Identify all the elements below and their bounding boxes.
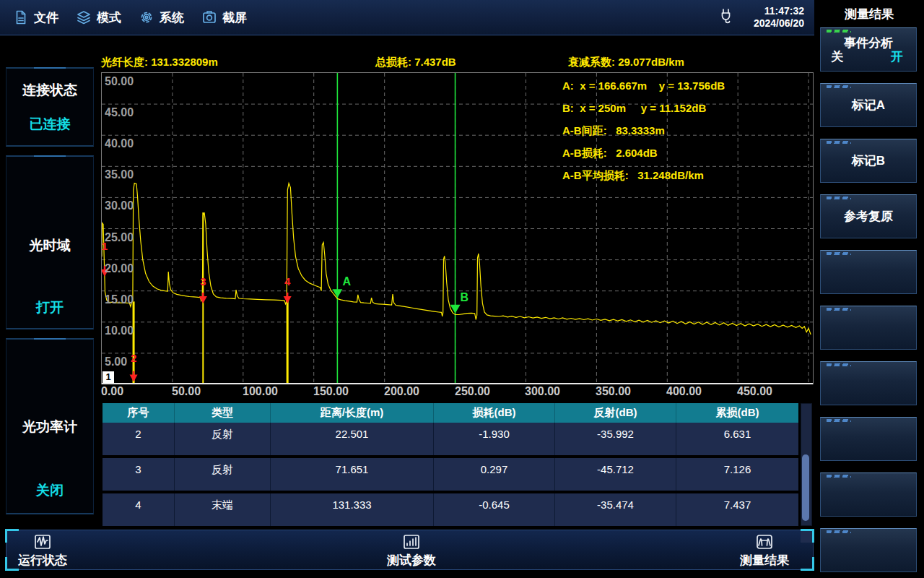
col-type: 类型	[175, 403, 271, 423]
corner-bracket	[801, 557, 814, 571]
softkey-reference-restore[interactable]: 参考复原	[820, 194, 917, 238]
event-arrow	[199, 296, 207, 303]
right-softkey-panel: 测量结果 事件分析 关 开 标记A 标记B 参考复原	[814, 0, 924, 578]
event-arrow	[130, 375, 138, 382]
col-reflection: 反射(dB)	[555, 403, 676, 423]
y-tick-label: 25.00	[105, 231, 134, 243]
power-meter-status-value: 关闭	[6, 481, 93, 500]
otdr-chart[interactable]: AB123450.0045.0040.0035.0030.0025.0020.0…	[101, 72, 814, 384]
waveform-icon	[33, 532, 52, 551]
cursor-label-a: A	[342, 275, 351, 288]
event-analysis-on-label[interactable]: 开	[891, 48, 903, 65]
plug-icon	[718, 7, 735, 28]
ab-loss-readout: A-B损耗: 2.604dB	[562, 147, 658, 160]
x-tick-label: 450.00	[737, 385, 772, 398]
cursor-a-readout: A: x = 166.667m y = 13.756dB	[562, 79, 725, 92]
file-icon	[13, 9, 29, 25]
y-tick-label: 20.00	[105, 262, 134, 275]
chart-summary-bar: 光纤长度: 131.332809m 总损耗: 7.437dB 衰减系数: 29.…	[97, 53, 816, 72]
menu-system-label: 系统	[160, 9, 184, 26]
event-arrow-stem	[202, 293, 204, 297]
table-scrollbar[interactable]	[801, 403, 812, 526]
softkey-marker-a[interactable]: 标记A	[820, 83, 917, 127]
event-analysis-off-label[interactable]: 关	[831, 48, 843, 65]
x-tick-label: 350.00	[596, 385, 631, 398]
x-axis-labels: 0.0050.00100.00150.00200.00250.00300.003…	[101, 385, 816, 401]
x-tick-label: 400.00	[666, 385, 702, 398]
ab-distance-readout: A-B间距: 83.3333m	[562, 124, 665, 138]
fiber-length-stat: 光纤长度: 131.332809m	[101, 56, 218, 69]
table-row[interactable]: 2 反射 22.501 -1.930 -35.992 6.631	[103, 423, 798, 455]
col-index: 序号	[103, 403, 175, 423]
event-number: 3	[200, 275, 206, 288]
softkey-marker-b[interactable]: 标记B	[820, 139, 917, 183]
cursor-label-b: B	[461, 291, 469, 303]
softkey-event-analysis-toggle[interactable]: 事件分析 关 开	[820, 27, 917, 72]
softkey-empty-3[interactable]	[820, 361, 917, 405]
col-loss: 损耗(dB)	[434, 403, 555, 423]
softkey-empty-5[interactable]	[820, 473, 917, 517]
event-number: 2	[131, 352, 136, 364]
corner-bracket	[5, 557, 19, 571]
cursor-marker-a	[332, 289, 342, 298]
col-cumulative: 累损(dB)	[676, 403, 798, 423]
y-tick-label: 35.00	[105, 168, 134, 181]
softkey-empty-6[interactable]	[820, 528, 917, 572]
y-tick-label: 50.00	[105, 75, 134, 87]
time-text: 11:47:32	[754, 5, 804, 17]
corner-bracket	[5, 529, 19, 543]
date-text: 2024/06/20	[754, 17, 804, 30]
x-tick-label: 100.00	[243, 385, 278, 398]
x-tick-label: 0.00	[101, 385, 123, 398]
softkey-empty-1[interactable]	[820, 250, 917, 294]
table-scrollbar-thumb[interactable]	[802, 454, 809, 521]
y-tick-label: 30.00	[105, 199, 134, 212]
marker-b-label: 标记B	[821, 139, 916, 182]
power-meter-title: 光功率计	[6, 418, 93, 436]
screenshot-icon	[201, 9, 217, 25]
tab-measurement-results[interactable]: 测量结果	[740, 532, 789, 569]
softkey-empty-2[interactable]	[820, 306, 917, 350]
menu-file[interactable]: 文件	[13, 9, 58, 26]
cursor-b-readout: B: x = 250m y = 11.152dB	[562, 102, 706, 114]
gear-icon	[139, 9, 154, 25]
event-table: 序号 类型 距离/长度(m) 损耗(dB) 反射(dB) 累损(dB) 2 反射…	[103, 403, 798, 529]
connection-status-title: 连接状态	[6, 81, 93, 100]
connection-status-value: 已连接	[6, 115, 93, 134]
reference-restore-label: 参考复原	[821, 195, 916, 238]
otdr-status-value: 打开	[6, 298, 93, 317]
corner-bracket	[801, 529, 814, 543]
trace-icon	[755, 532, 774, 551]
connection-status-panel: 连接状态 已连接	[6, 67, 94, 147]
power-meter-panel[interactable]: 光功率计 关闭	[6, 338, 94, 514]
layers-icon	[76, 9, 92, 25]
otdr-trace-plot: AB123450.0045.0040.0035.0030.0025.0020.0…	[102, 73, 813, 384]
cursor-marker-b	[450, 305, 461, 314]
trace-index-badge: 1	[103, 371, 114, 383]
y-tick-label: 5.00	[105, 355, 127, 368]
menu-screenshot[interactable]: 截屏	[201, 9, 247, 26]
x-tick-label: 250.00	[455, 385, 490, 398]
x-tick-label: 50.00	[172, 385, 201, 398]
menu-screenshot-label: 截屏	[222, 9, 247, 26]
event-table-header: 序号 类型 距离/长度(m) 损耗(dB) 反射(dB) 累损(dB)	[103, 403, 798, 423]
menu-system[interactable]: 系统	[139, 9, 184, 26]
menu-file-label: 文件	[34, 9, 58, 26]
clock: 11:47:32 2024/06/20	[754, 5, 804, 30]
bar-chart-icon	[402, 532, 421, 551]
table-row[interactable]: 3 反射 71.651 0.297 -45.712 7.126	[103, 458, 798, 491]
event-arrow-stem	[133, 371, 134, 376]
softkey-empty-4[interactable]	[820, 417, 917, 461]
ab-avg-loss-readout: A-B平均损耗: 31.248dB/km	[562, 169, 704, 183]
y-tick-label: 40.00	[105, 137, 134, 150]
marker-a-label: 标记A	[821, 84, 916, 126]
otdr-title: 光时域	[6, 236, 93, 255]
x-tick-label: 300.00	[525, 385, 560, 398]
table-row[interactable]: 4 末端 131.333 -0.645 -35.474 7.437	[103, 493, 798, 526]
menu-mode[interactable]: 模式	[76, 9, 121, 26]
x-tick-label: 150.00	[313, 385, 349, 398]
tab-test-parameters[interactable]: 测试参数	[387, 532, 436, 569]
otdr-panel[interactable]: 光时域 打开	[6, 155, 94, 329]
tab-run-status[interactable]: 运行状态	[18, 532, 67, 569]
menu-mode-label: 模式	[97, 9, 121, 26]
